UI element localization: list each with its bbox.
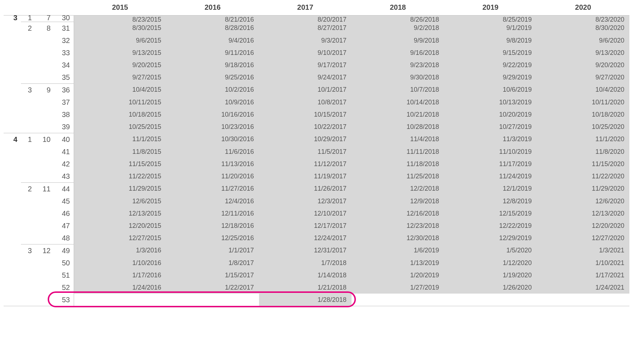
data-cell[interactable]: 9/6/2015 [74, 34, 166, 47]
data-cell[interactable]: 10/13/2019 [444, 96, 537, 108]
data-cell[interactable] [166, 294, 259, 306]
data-cell[interactable]: 8/23/2015 [74, 15, 166, 22]
data-cell[interactable]: 11/11/2018 [352, 146, 444, 158]
row-header-level-3[interactable] [35, 96, 54, 108]
data-cell[interactable]: 8/30/2015 [74, 22, 166, 34]
data-cell[interactable]: 9/13/2015 [74, 47, 166, 59]
row-header-level-2[interactable] [21, 71, 35, 84]
data-cell[interactable]: 11/12/2017 [259, 158, 352, 170]
row-header-level-3[interactable]: 8 [35, 22, 54, 34]
data-cell[interactable]: 1/28/2018 [259, 294, 352, 306]
row-header-level-4[interactable]: 34 [54, 59, 74, 71]
data-cell[interactable]: 9/30/2018 [352, 71, 444, 84]
row-header-level-3[interactable] [35, 158, 54, 170]
data-cell[interactable]: 11/17/2019 [444, 158, 537, 170]
row-header-level-3[interactable] [35, 281, 54, 294]
row-header-level-4[interactable]: 52 [54, 281, 74, 294]
data-cell[interactable]: 1/14/2018 [259, 269, 352, 281]
data-cell[interactable]: 9/9/2018 [352, 34, 444, 47]
row-header-level-2[interactable] [21, 269, 35, 281]
row-header-level-3[interactable] [35, 294, 54, 306]
row-header-level-2[interactable]: 1 [21, 133, 35, 146]
row-header-level-4[interactable]: 43 [54, 170, 74, 183]
row-header-level-4[interactable]: 35 [54, 71, 74, 84]
row-header-level-2[interactable]: 3 [21, 83, 35, 96]
data-cell[interactable]: 12/17/2017 [259, 220, 352, 232]
data-cell[interactable]: 1/26/2020 [444, 281, 537, 294]
data-cell[interactable]: 10/2/2016 [166, 83, 259, 96]
row-header-level-2[interactable] [21, 195, 35, 207]
row-header-level-4[interactable]: 46 [54, 207, 74, 220]
data-cell[interactable]: 1/10/2021 [537, 257, 629, 269]
row-header-level-2[interactable] [21, 257, 35, 269]
data-cell[interactable]: 9/20/2020 [537, 59, 629, 71]
data-cell[interactable]: 12/29/2019 [444, 232, 537, 244]
row-header-level-1[interactable] [4, 158, 21, 170]
data-cell[interactable]: 9/8/2019 [444, 34, 537, 47]
row-header-level-3[interactable] [35, 207, 54, 220]
data-cell[interactable] [352, 294, 444, 306]
row-header-level-3[interactable] [35, 146, 54, 158]
data-cell[interactable]: 1/3/2016 [74, 244, 166, 257]
row-header-level-1[interactable] [4, 83, 21, 96]
row-header-level-1[interactable] [4, 34, 21, 47]
data-cell[interactable]: 1/17/2016 [74, 269, 166, 281]
data-cell[interactable]: 11/10/2019 [444, 146, 537, 158]
data-cell[interactable]: 9/10/2017 [259, 47, 352, 59]
row-header-level-3[interactable]: 9 [35, 83, 54, 96]
data-cell[interactable]: 9/23/2018 [352, 59, 444, 71]
data-cell[interactable]: 8/27/2017 [259, 22, 352, 34]
data-cell[interactable]: 12/6/2015 [74, 195, 166, 207]
row-header-level-2[interactable]: 3 [21, 244, 35, 257]
data-cell[interactable]: 9/20/2015 [74, 59, 166, 71]
data-cell[interactable]: 1/5/2020 [444, 244, 537, 257]
data-cell[interactable]: 12/27/2015 [74, 232, 166, 244]
row-header-level-1[interactable] [4, 47, 21, 59]
data-cell[interactable]: 12/18/2016 [166, 220, 259, 232]
data-cell[interactable]: 8/23/2020 [537, 15, 629, 22]
row-header-level-4[interactable]: 40 [54, 133, 74, 146]
row-header-level-1[interactable] [4, 59, 21, 71]
row-header-level-4[interactable]: 41 [54, 146, 74, 158]
col-header[interactable]: 2016 [166, 0, 259, 15]
row-header-level-1[interactable] [4, 195, 21, 207]
data-cell[interactable]: 11/15/2015 [74, 158, 166, 170]
data-cell[interactable]: 11/22/2015 [74, 170, 166, 183]
row-header-level-1[interactable] [4, 71, 21, 84]
data-cell[interactable]: 9/15/2019 [444, 47, 537, 59]
data-cell[interactable]: 11/1/2015 [74, 133, 166, 146]
row-header-level-3[interactable] [35, 59, 54, 71]
data-cell[interactable]: 10/25/2015 [74, 121, 166, 133]
data-cell[interactable]: 11/1/2020 [537, 133, 629, 146]
data-cell[interactable]: 8/30/2020 [537, 22, 629, 34]
data-cell[interactable]: 12/1/2019 [444, 182, 537, 195]
data-cell[interactable]: 10/11/2015 [74, 96, 166, 108]
row-header-level-4[interactable]: 38 [54, 108, 74, 121]
data-cell[interactable]: 11/8/2015 [74, 146, 166, 158]
data-cell[interactable]: 10/16/2016 [166, 108, 259, 121]
data-cell[interactable]: 8/21/2016 [166, 15, 259, 22]
row-header-level-3[interactable] [35, 47, 54, 59]
data-cell[interactable]: 12/10/2017 [259, 207, 352, 220]
row-header-level-1[interactable] [4, 146, 21, 158]
row-header-level-3[interactable] [35, 269, 54, 281]
data-cell[interactable]: 10/1/2017 [259, 83, 352, 96]
data-cell[interactable] [537, 294, 629, 306]
row-header-level-4[interactable]: 53 [54, 294, 74, 306]
data-cell[interactable]: 12/20/2015 [74, 220, 166, 232]
data-cell[interactable]: 11/24/2019 [444, 170, 537, 183]
row-header-level-4[interactable]: 32 [54, 34, 74, 47]
row-header-level-4[interactable]: 33 [54, 47, 74, 59]
data-cell[interactable]: 10/22/2017 [259, 121, 352, 133]
data-cell[interactable]: 1/3/2021 [537, 244, 629, 257]
row-header-level-4[interactable]: 31 [54, 22, 74, 34]
data-cell[interactable]: 8/28/2016 [166, 22, 259, 34]
data-cell[interactable]: 12/15/2019 [444, 207, 537, 220]
data-cell[interactable]: 10/4/2015 [74, 83, 166, 96]
data-cell[interactable]: 12/23/2018 [352, 220, 444, 232]
row-header-level-2[interactable]: 2 [21, 182, 35, 195]
data-cell[interactable]: 10/27/2019 [444, 121, 537, 133]
row-header-level-2[interactable] [21, 207, 35, 220]
data-cell[interactable]: 11/27/2016 [166, 182, 259, 195]
data-cell[interactable]: 11/5/2017 [259, 146, 352, 158]
